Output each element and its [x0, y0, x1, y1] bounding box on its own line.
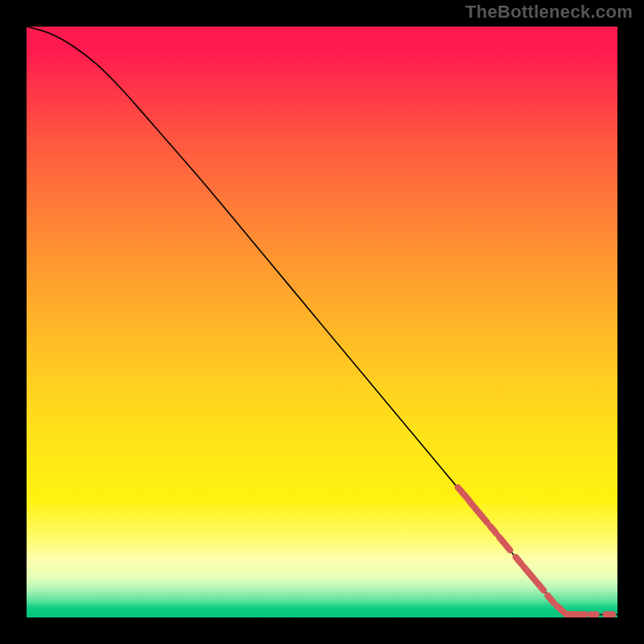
- highlight-dash: [470, 502, 488, 522]
- highlight-dash: [490, 526, 496, 534]
- chart-stage: TheBottleneck.com: [0, 0, 644, 644]
- plot-area: [27, 27, 617, 617]
- bottleneck-curve-path: [27, 27, 617, 615]
- curve-highlight-dashes: [458, 488, 613, 615]
- highlight-dash: [524, 568, 543, 591]
- highlight-dash: [516, 557, 522, 564]
- plot-overlay-svg: [27, 27, 617, 617]
- highlight-dash: [499, 537, 510, 550]
- highlight-dash: [547, 596, 553, 603]
- highlight-dash: [557, 606, 564, 613]
- highlight-dash: [458, 488, 469, 500]
- watermark-text: TheBottleneck.com: [465, 2, 633, 23]
